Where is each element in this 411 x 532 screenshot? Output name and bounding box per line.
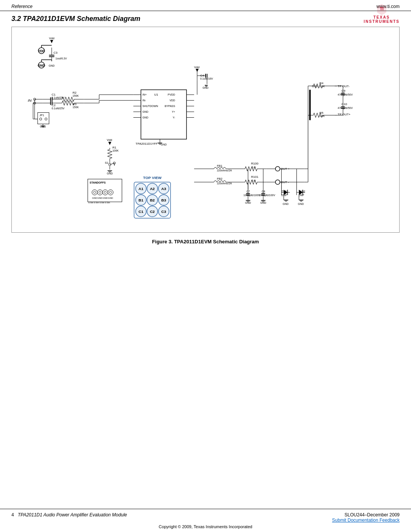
page-footer: 4 TPA2011D1 Audio Power Amplifier Evalua…: [0, 509, 411, 532]
svg-point-133: [276, 166, 280, 171]
svg-point-229: [103, 190, 108, 195]
svg-text:FB1: FB1: [217, 164, 223, 168]
svg-text:JP1: JP1: [40, 114, 44, 117]
svg-text:C7: C7: [247, 190, 250, 193]
svg-text:4700pfd/50V: 4700pfd/50V: [338, 107, 353, 110]
svg-text:S1: S1: [105, 161, 109, 165]
svg-text:GND: GND: [108, 197, 113, 199]
svg-text:A3: A3: [161, 187, 166, 191]
svg-text:GND: GND: [142, 110, 148, 113]
svg-text:100K: 100K: [112, 149, 119, 152]
svg-text:GND: GND: [92, 197, 97, 199]
svg-text:PVDD: PVDD: [168, 93, 175, 96]
svg-rect-72: [141, 90, 186, 139]
svg-text:Vdd: Vdd: [194, 66, 199, 69]
submit-feedback-link[interactable]: Submit Documentation Feedback: [332, 518, 400, 523]
svg-point-225: [92, 190, 97, 195]
svg-point-44: [40, 118, 42, 120]
svg-text:A1: A1: [139, 187, 143, 191]
svg-text:150K: 150K: [73, 94, 79, 97]
svg-text:TPA2011D1YFF: TPA2011D1YFF: [135, 142, 158, 145]
svg-text:1000pfd/100V: 1000pfd/100V: [244, 194, 260, 197]
svg-text:R100: R100: [251, 162, 259, 165]
svg-text:GND: GND: [312, 85, 318, 88]
svg-text:Vdd: Vdd: [49, 37, 54, 40]
svg-text:0.1ufd/16V: 0.1ufd/16V: [200, 77, 213, 80]
schematic-svg: Vdd VDD C3 1out/6.3V GND GND IN: [16, 31, 395, 228]
page-header: Reference www.ti.com: [0, 0, 411, 11]
svg-text:R1: R1: [112, 146, 116, 149]
svg-text:VDD: VDD: [38, 49, 45, 53]
svg-text:0.5in 0.5in 0.5in 0.5in: 0.5in 0.5in 0.5in 0.5in: [88, 201, 110, 204]
svg-text:Y-: Y-: [173, 116, 175, 119]
svg-text:B1: B1: [139, 198, 143, 202]
svg-text:GND: GND: [97, 197, 103, 199]
schematic-diagram: Vdd VDD C3 1out/6.3V GND GND IN: [11, 27, 400, 233]
svg-text:GND: GND: [49, 64, 55, 67]
svg-text:IN: IN: [28, 98, 32, 102]
ti-logo-icon: TI: [374, 4, 389, 15]
svg-text:GND: GND: [161, 143, 167, 146]
svg-text:GND: GND: [103, 197, 108, 199]
svg-text:1000pfd/100V: 1000pfd/100V: [259, 194, 276, 197]
svg-text:GND: GND: [142, 116, 148, 119]
ti-brand-text: TEXAS INSTRUMENTS: [364, 15, 400, 24]
footer-doc-title: TPA2011D1 Audio Power Amplifier Evaluati…: [18, 512, 127, 518]
svg-point-227: [97, 190, 103, 195]
header-reference: Reference: [11, 4, 32, 9]
svg-text:IN-: IN-: [142, 99, 146, 102]
svg-text:C4: C4: [200, 74, 204, 77]
svg-text:B2: B2: [150, 198, 155, 202]
svg-text:GND: GND: [283, 203, 289, 205]
footer-copyright: Copyright © 2009, Texas Instruments Inco…: [11, 524, 400, 529]
svg-point-230: [104, 191, 107, 193]
svg-text:STANDOFFS: STANDOFFS: [90, 181, 106, 184]
svg-text:GND: GND: [38, 64, 45, 67]
svg-text:C2: C2: [150, 209, 155, 214]
svg-rect-209: [309, 90, 311, 120]
svg-text:B3: B3: [161, 198, 166, 202]
svg-text:C3: C3: [54, 51, 58, 54]
svg-text:VDD: VDD: [169, 99, 175, 102]
svg-point-45: [45, 118, 47, 120]
svg-marker-4: [50, 40, 53, 43]
footer-page-number: 4: [11, 512, 14, 518]
svg-point-228: [99, 191, 101, 193]
svg-text:TP OUT+: TP OUT+: [338, 113, 350, 116]
svg-text:0.1ufd/25V: 0.1ufd/25V: [52, 107, 65, 110]
svg-point-231: [108, 190, 113, 195]
svg-text:FB2: FB2: [217, 177, 223, 181]
svg-text:TI: TI: [380, 6, 384, 11]
svg-text:C8: C8: [262, 190, 265, 193]
svg-text:R101: R101: [251, 175, 259, 179]
svg-marker-58: [108, 142, 112, 145]
svg-text:C10: C10: [341, 102, 347, 106]
svg-text:1out/6.3V: 1out/6.3V: [56, 57, 67, 60]
svg-text:GND: GND: [298, 203, 304, 205]
svg-point-232: [110, 191, 112, 193]
svg-point-226: [94, 191, 96, 193]
ti-logo: TI TEXAS INSTRUMENTS: [364, 4, 400, 24]
svg-text:150K: 150K: [73, 106, 79, 109]
svg-text:220ohms/2A: 220ohms/2A: [217, 182, 232, 185]
svg-text:R2: R2: [73, 91, 77, 94]
svg-text:C9: C9: [341, 89, 346, 93]
svg-text:C1: C1: [52, 93, 56, 96]
svg-text:220ohms/2A: 220ohms/2A: [217, 169, 232, 172]
main-content: 3.2 TPA2011D1EVM Schematic Diagram Vdd V…: [0, 11, 411, 260]
svg-text:A2: A2: [150, 187, 155, 191]
footer-doc-code: SLOU244–December 2009: [332, 512, 400, 518]
svg-text:TOP VIEW: TOP VIEW: [143, 176, 162, 180]
svg-point-136: [276, 180, 280, 184]
svg-text:C1: C1: [139, 209, 143, 214]
svg-text:Y+: Y+: [172, 110, 175, 113]
svg-text:Vdd: Vdd: [107, 138, 112, 142]
svg-marker-108: [196, 69, 199, 72]
svg-text:BYPASS: BYPASS: [165, 105, 175, 107]
svg-text:GND: GND: [107, 172, 113, 175]
svg-text:C3: C3: [161, 209, 166, 214]
svg-text:U1: U1: [154, 93, 158, 96]
svg-text:IN+: IN+: [142, 93, 147, 96]
svg-text:4700pfd/50V: 4700pfd/50V: [338, 93, 353, 96]
figure-caption: Figure 3. TPA2011D1EVM Schematic Diagram: [11, 239, 400, 244]
